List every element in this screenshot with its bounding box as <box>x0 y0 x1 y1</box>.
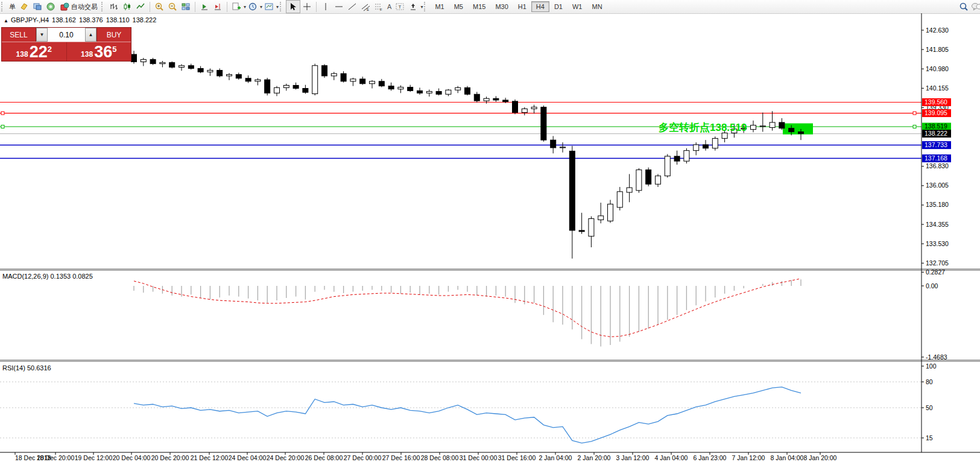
candle <box>598 216 604 220</box>
price-badge-label: 138.222 <box>925 130 947 137</box>
rsi-tick-label: 80 <box>926 378 933 385</box>
candle <box>265 80 270 93</box>
candle <box>646 170 651 185</box>
candle <box>245 78 251 81</box>
macd-tick-label: 0.00 <box>926 282 938 290</box>
time-label: 31 Dec 16:00 <box>498 454 536 461</box>
price-badge-label: 137.168 <box>925 154 947 162</box>
sell-price[interactable]: 138222 <box>2 42 67 61</box>
candle <box>207 71 213 72</box>
time-label: 27 Dec 00:00 <box>344 454 382 461</box>
candle <box>770 122 775 128</box>
candle <box>712 138 718 148</box>
candle <box>703 145 709 148</box>
level-endpoint-marker[interactable] <box>1 125 4 128</box>
candle <box>408 87 413 91</box>
ohlc-open: 138.162 <box>52 16 76 24</box>
time-label: 26 Dec 08:00 <box>305 454 343 461</box>
candle <box>608 204 613 221</box>
chart-area[interactable]: 多空转折点138.519142.630141.805140.980140.155… <box>0 0 980 462</box>
collapse-panel-icon[interactable]: ▲ <box>4 18 8 24</box>
volume-stepper: ▼ ▲ <box>36 28 97 42</box>
candle <box>484 98 489 101</box>
candle <box>656 176 661 185</box>
level-endpoint-marker[interactable] <box>913 125 916 128</box>
price-badge-label: 138.519 <box>925 122 947 130</box>
annotation-text[interactable]: 多空转折点138.519 <box>659 121 747 133</box>
sell-price-prefix: 138 <box>16 50 28 60</box>
ohlc-low: 138.110 <box>106 16 130 24</box>
candle <box>312 66 318 94</box>
candle <box>160 63 165 64</box>
time-label: 18 Dec 20:00 <box>37 454 75 461</box>
price-tick-label: 134.355 <box>926 221 949 228</box>
time-label: 7 Jan 12:00 <box>732 454 765 461</box>
candle <box>789 128 794 132</box>
candle <box>370 81 375 84</box>
candle <box>465 87 470 94</box>
sell-button[interactable]: SELL <box>2 28 36 42</box>
candle <box>426 92 432 93</box>
price-tick-label: 132.705 <box>926 259 949 267</box>
candle <box>551 140 556 148</box>
level-endpoint-marker[interactable] <box>1 112 4 115</box>
candle <box>798 132 804 134</box>
volume-input[interactable] <box>48 28 85 42</box>
ohlc-high: 138.376 <box>79 16 103 24</box>
time-label: 6 Jan 23:00 <box>694 454 727 461</box>
buy-button[interactable]: BUY <box>97 28 131 42</box>
macd-tick-label: 0.2827 <box>926 268 945 276</box>
candle <box>331 74 337 76</box>
level-endpoint-marker[interactable] <box>913 112 916 115</box>
candle <box>503 100 508 102</box>
ohlc-close: 138.222 <box>133 16 157 24</box>
candle <box>751 125 756 130</box>
volume-increase-button[interactable]: ▲ <box>85 28 96 42</box>
macd-label: MACD(12,26,9) 0.1353 0.0825 <box>2 273 93 280</box>
candle <box>293 85 299 88</box>
time-label: 28 Dec 08:00 <box>421 454 459 461</box>
sell-price-pip: 2 <box>48 45 52 54</box>
one-click-trading-panel: SELL ▼ ▲ BUY 138222 138365 <box>1 27 131 62</box>
candle <box>303 89 308 93</box>
price-tick-label: 140.155 <box>926 84 949 92</box>
time-label: 24 Dec 20:00 <box>267 454 305 461</box>
price-tick-label: 136.830 <box>926 162 949 169</box>
candle <box>388 86 394 89</box>
time-label: 27 Dec 16:00 <box>382 454 420 461</box>
candle <box>589 219 594 236</box>
buy-price[interactable]: 138365 <box>67 42 131 61</box>
sell-price-main: 22 <box>30 44 48 60</box>
candle <box>493 98 499 100</box>
candle <box>436 92 441 95</box>
candle <box>569 151 575 230</box>
candle <box>150 60 156 64</box>
candle <box>179 66 185 68</box>
time-label: 8 Jan 04:00 <box>771 454 804 461</box>
candle <box>579 230 584 232</box>
candle <box>684 151 689 162</box>
candle <box>217 71 223 76</box>
candle <box>131 54 137 62</box>
candle <box>398 87 403 89</box>
price-tick-label: 136.005 <box>926 182 949 189</box>
volume-decrease-button[interactable]: ▼ <box>36 28 48 42</box>
candle <box>227 75 232 76</box>
candle <box>255 80 261 81</box>
candle <box>455 87 461 90</box>
candle <box>236 75 241 78</box>
candle <box>350 79 356 81</box>
candle <box>274 87 280 93</box>
price-tick-label: 135.180 <box>926 201 949 208</box>
time-label: 21 Dec 12:00 <box>191 454 229 461</box>
price-tick-label: 133.530 <box>926 240 949 247</box>
time-label: 24 Dec 04:00 <box>229 454 267 461</box>
candle <box>360 79 365 84</box>
candle <box>283 85 289 87</box>
candle <box>188 66 194 69</box>
candle <box>531 107 537 109</box>
candles-group <box>131 51 804 258</box>
candle <box>141 60 146 62</box>
price-badge-label: 139.095 <box>925 109 947 116</box>
candle <box>779 122 785 128</box>
